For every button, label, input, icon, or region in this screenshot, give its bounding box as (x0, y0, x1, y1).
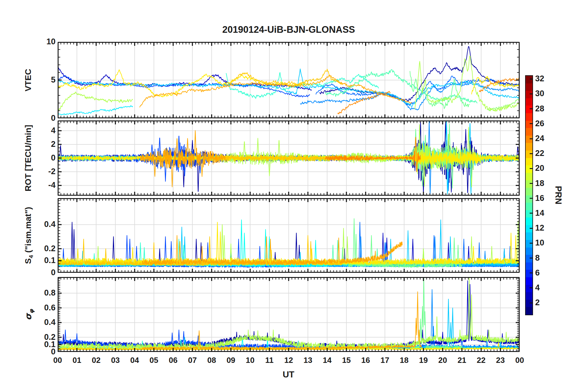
sigma-plot-canvas (58, 277, 520, 352)
colorbar-tick-label: 8 (535, 253, 556, 263)
colorbar-band-prn-10 (526, 240, 532, 248)
colorbar-tick-label: 26 (535, 119, 556, 128)
colorbar-tick-mark (530, 213, 532, 214)
panel-s4 (58, 198, 520, 273)
rot-plot-canvas (58, 120, 520, 196)
colorbar-band-prn-17 (526, 188, 532, 195)
colorbar-band-prn-3 (526, 292, 532, 300)
colorbar-band-prn-9 (526, 248, 532, 255)
vtec-plot-canvas (58, 42, 520, 118)
s4-plot-canvas (58, 198, 520, 273)
colorbar-band-prn-31 (526, 83, 532, 91)
y-axis-label-part: φ (28, 309, 35, 313)
colorbar-band-prn-4 (526, 285, 532, 292)
colorbar-tick-label: 2 (535, 298, 556, 307)
colorbar-tick-mark (530, 272, 532, 273)
chart-title: 20190124-UiB-BJN-GLONASS (58, 24, 520, 35)
colorbar-tick-label: 32 (535, 74, 556, 83)
colorbar-band-prn-5 (526, 277, 532, 285)
colorbar-tick-mark (530, 287, 532, 288)
colorbar-tick-mark (530, 228, 532, 229)
colorbar-tick-mark (530, 183, 532, 184)
colorbar-band-prn-16 (526, 195, 532, 203)
colorbar-band-prn-24 (526, 136, 532, 143)
x-axis-label: UT (275, 370, 302, 380)
colorbar-band-prn-30 (526, 91, 532, 98)
colorbar-tick-mark (530, 108, 532, 109)
colorbar-band-prn-14 (526, 210, 532, 218)
panel-rot (58, 120, 520, 196)
colorbar-band-prn-6 (526, 270, 532, 277)
colorbar-band-prn-19 (526, 173, 532, 181)
colorbar-band-prn-11 (526, 232, 532, 240)
colorbar-tick-mark (530, 138, 532, 139)
y-axis-label-sigma: σφ (23, 245, 35, 384)
colorbar-tick-mark (530, 258, 532, 259)
panel-vtec (58, 42, 520, 118)
colorbar-label: PRN (552, 150, 563, 241)
colorbar-band-prn-15 (526, 203, 532, 210)
colorbar-band-prn-22 (526, 150, 532, 158)
colorbar-tick-mark (530, 302, 532, 303)
colorbar-band-prn-18 (526, 180, 532, 188)
colorbar-tick-label: 28 (535, 104, 556, 113)
colorbar-band-prn-7 (526, 262, 532, 270)
x-tick-label: 00 (506, 356, 533, 365)
colorbar-tick-mark (530, 198, 532, 199)
colorbar-tick-mark (530, 243, 532, 244)
colorbar-tick-mark (530, 123, 532, 124)
colorbar-band-prn-1 (526, 307, 532, 315)
panel-sigma (58, 277, 520, 352)
colorbar-tick-label: 30 (535, 89, 556, 98)
colorbar-band-prn-21 (526, 158, 532, 166)
colorbar-band-prn-13 (526, 218, 532, 225)
colorbar-tick-mark (530, 153, 532, 154)
colorbar-tick-mark (530, 79, 532, 79)
y-axis-label-part: σ (23, 313, 33, 320)
colorbar-tick-mark (530, 93, 532, 94)
colorbar-tick-mark (530, 168, 532, 169)
colorbar-band-prn-29 (526, 98, 532, 106)
colorbar-band-prn-2 (526, 300, 532, 307)
colorbar (525, 75, 533, 315)
colorbar-band-prn-20 (526, 165, 532, 173)
colorbar-band-prn-25 (526, 128, 532, 136)
colorbar-band-prn-28 (526, 106, 532, 113)
colorbar-band-prn-8 (526, 255, 532, 262)
colorbar-band-prn-32 (526, 76, 532, 83)
colorbar-tick-label: 24 (535, 134, 556, 143)
colorbar-band-prn-27 (526, 113, 532, 121)
figure: 20190124-UiB-BJN-GLONASS 0510VTEC420-2-4… (0, 0, 577, 392)
colorbar-band-prn-12 (526, 225, 532, 233)
colorbar-band-prn-23 (526, 143, 532, 150)
colorbar-band-prn-26 (526, 121, 532, 128)
colorbar-tick-label: 4 (535, 283, 556, 292)
colorbar-tick-label: 6 (535, 268, 556, 278)
